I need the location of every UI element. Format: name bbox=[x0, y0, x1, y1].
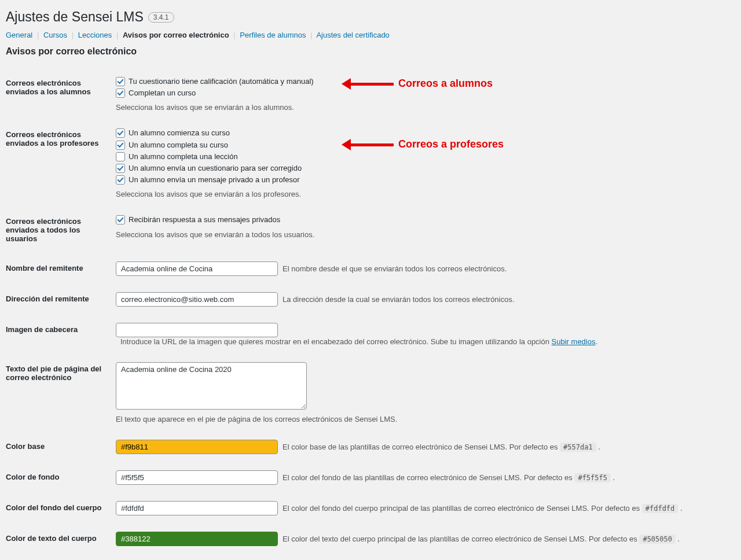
bg-color-input[interactable] bbox=[116, 470, 278, 485]
field-description: Selecciona los avisos que se enviarán a … bbox=[116, 190, 729, 198]
field-description: Selecciona los avisos que se enviarán a … bbox=[116, 103, 729, 112]
checkbox-label: Completan un curso bbox=[129, 88, 196, 98]
field-help: El color del fondo del cuerpo principal … bbox=[283, 504, 683, 513]
checkbox-label: Un alumno completa su curso bbox=[129, 140, 228, 150]
field-description: Selecciona los avisos que se enviarán a … bbox=[116, 230, 729, 239]
checkbox-label: Un alumno comienza su curso bbox=[129, 128, 230, 138]
field-help: El nombre desde el que se enviarán todos… bbox=[283, 264, 507, 273]
default-color-code: #505050 bbox=[639, 535, 676, 544]
checkbox-learner-submits-quiz[interactable] bbox=[116, 164, 125, 173]
checkbox-reply-private[interactable] bbox=[116, 215, 125, 224]
checkbox-label: Un alumno completa una lección bbox=[129, 152, 238, 162]
body-bg-color-input[interactable] bbox=[116, 501, 278, 515]
tab-certificate-settings[interactable]: Ajustes del certificado bbox=[316, 31, 389, 39]
checkbox-learner-completes-lesson[interactable] bbox=[116, 152, 125, 161]
checkbox-label: Un alumno envía un cuestionario para ser… bbox=[129, 163, 302, 174]
row-label-header-image: Imagen de cabecera bbox=[6, 315, 116, 354]
row-label-emails-students: Correos electrónicos enviados a los alum… bbox=[6, 68, 116, 120]
checkbox-course-complete[interactable] bbox=[116, 89, 125, 98]
field-help: La dirección desde la cual se enviarán t… bbox=[283, 295, 514, 304]
row-label-emails-teachers: Correos electrónicos enviados a los prof… bbox=[6, 120, 116, 207]
tab-email-notices[interactable]: Avisos por correo electrónico bbox=[123, 31, 229, 39]
row-label-body-text-color: Color de texto del cuerpo bbox=[6, 524, 116, 554]
field-help: El color del texto del cuerpo principal … bbox=[283, 535, 680, 543]
field-help: Introduce la URL de la imagen que quiere… bbox=[120, 337, 597, 346]
title-text: Ajustes de Sensei LMS bbox=[6, 9, 144, 25]
checkbox-label: Recibirán respuesta a sus mensajes priva… bbox=[129, 215, 280, 225]
row-label-footer-text: Texto del pie de página del correo elect… bbox=[6, 354, 116, 432]
checkbox-label: Tu cuestionario tiene calificación (auto… bbox=[129, 76, 314, 87]
row-label-emails-all: Correos electrónicos enviados a todos lo… bbox=[6, 207, 116, 253]
row-label-bg-color: Color de fondo bbox=[6, 462, 116, 493]
default-color-code: #f5f5f5 bbox=[574, 473, 611, 482]
row-label-sender-address: Dirección del remitente bbox=[6, 284, 116, 315]
checkbox-label: Un alumno envía un mensaje privado a un … bbox=[129, 175, 300, 185]
default-color-code: #557da1 bbox=[560, 443, 596, 452]
footer-text-input[interactable] bbox=[116, 362, 307, 410]
tab-lessons[interactable]: Lecciones bbox=[78, 31, 112, 39]
base-color-input[interactable] bbox=[116, 440, 278, 454]
tab-general[interactable]: General bbox=[6, 31, 32, 39]
version-badge: 3.4.1 bbox=[148, 12, 174, 23]
checkbox-learner-starts[interactable] bbox=[116, 128, 125, 138]
settings-tabs: General | Cursos | Lecciones | Avisos po… bbox=[6, 31, 735, 39]
sender-address-input[interactable] bbox=[116, 292, 278, 307]
tab-learner-profiles[interactable]: Perfiles de alumnos bbox=[240, 31, 306, 39]
field-help: El color del fondo de las plantillas de … bbox=[283, 473, 615, 482]
tab-courses[interactable]: Cursos bbox=[43, 31, 67, 39]
body-text-color-input[interactable] bbox=[116, 532, 278, 546]
checkbox-learner-private-msg[interactable] bbox=[116, 175, 125, 185]
section-heading: Avisos por correo electrónico bbox=[6, 46, 735, 57]
row-label-sender-name: Nombre del remitente bbox=[6, 253, 116, 284]
row-label-base-color: Color base bbox=[6, 432, 116, 462]
checkbox-quiz-graded[interactable] bbox=[116, 77, 125, 86]
field-help: El color base de las plantillas de corre… bbox=[283, 443, 600, 451]
default-color-code: #fdfdfd bbox=[642, 504, 678, 513]
upload-media-link[interactable]: Subir medios bbox=[552, 337, 596, 346]
sender-name-input[interactable] bbox=[116, 261, 278, 276]
row-label-body-bg-color: Color del fondo del cuerpo bbox=[6, 493, 116, 524]
field-help: El texto que aparece en el pie de página… bbox=[116, 415, 729, 423]
checkbox-learner-completes-course[interactable] bbox=[116, 141, 125, 150]
header-image-input[interactable] bbox=[116, 323, 278, 337]
page-title: Ajustes de Sensei LMS 3.4.1 bbox=[6, 9, 735, 25]
